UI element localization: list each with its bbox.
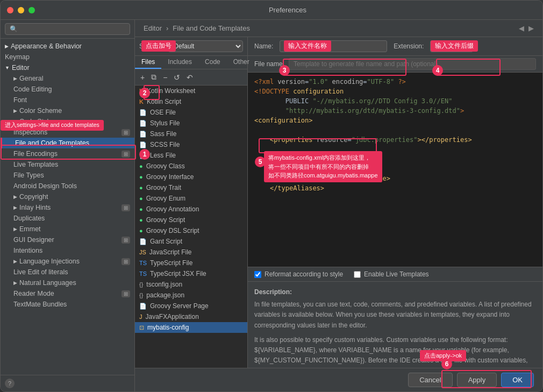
minimize-button[interactable]	[18, 7, 24, 13]
sidebar-item-file-encodings[interactable]: File Encodings ⊞	[1, 148, 134, 159]
sidebar-item-language-injections[interactable]: ▶ Language Injections ⊞	[1, 256, 134, 267]
close-button[interactable]	[7, 7, 13, 13]
list-item[interactable]: ● Groovy Annotation	[135, 204, 247, 215]
list-item[interactable]: ● Groovy DSL Script	[135, 225, 247, 236]
list-item[interactable]: J JavaFXApplication	[135, 311, 247, 322]
remove-template-button[interactable]: −	[161, 72, 169, 83]
sidebar-item-label: TextMate Bundles	[13, 301, 67, 308]
list-item[interactable]: K Kotlin Worksheet	[135, 85, 247, 96]
sidebar-item-textmate[interactable]: TextMate Bundles	[1, 299, 134, 310]
sidebar-item-code-editing[interactable]: Code Editing	[1, 84, 134, 95]
inspections-badge: ⊞	[122, 129, 130, 136]
reformat-checkbox-label[interactable]: Reformat according to style	[254, 270, 343, 278]
reformat-label: Reformat according to style	[265, 270, 343, 278]
tab-includes[interactable]: Includes	[161, 56, 198, 69]
sidebar-item-natural-languages[interactable]: ▶ Natural Languages	[1, 277, 134, 288]
code-editor[interactable]: <?xml version="1.0" encoding="UTF-8" ?> …	[248, 73, 542, 267]
reformat-checkbox[interactable]	[254, 271, 261, 278]
name-input[interactable]	[280, 40, 387, 52]
list-item[interactable]: 📄 Stylus File	[135, 118, 247, 129]
help-button[interactable]: ?	[5, 379, 15, 388]
sidebar: ▶ Appearance & Behavior Keymap ▼ Editor …	[1, 20, 135, 391]
revert-template-button[interactable]: ↶	[184, 72, 195, 83]
sidebar-item-intentions[interactable]: Intentions	[1, 245, 134, 256]
sidebar-item-editor[interactable]: ▼ Editor	[1, 62, 134, 73]
file-item-name: Groovy Enum	[146, 195, 185, 202]
list-item[interactable]: {} package.json	[135, 290, 247, 301]
sidebar-item-appearance[interactable]: ▶ Appearance & Behavior	[1, 41, 134, 52]
list-item[interactable]: 📄 SCSS File	[135, 139, 247, 150]
sidebar-item-reader-mode[interactable]: Reader Mode ⊞	[1, 288, 134, 299]
sidebar-item-keymap[interactable]: Keymap	[1, 52, 134, 62]
cancel-button[interactable]: Cancel	[408, 373, 452, 387]
file-item-name: Gant Script	[150, 238, 182, 245]
sidebar-item-live-edit[interactable]: Live Edit of literals	[1, 267, 134, 277]
list-item[interactable]: 📄 Groovy Server Page	[135, 301, 247, 311]
list-item[interactable]: 📄 Less File	[135, 150, 247, 161]
sidebar-item-font[interactable]: Font	[1, 95, 134, 105]
list-item[interactable]: ● Groovy Trait	[135, 182, 247, 193]
sidebar-item-label: Live Templates	[13, 161, 58, 168]
scheme-label: Scheme:	[139, 42, 165, 50]
sidebar-item-emmet[interactable]: ▶ Emmet	[1, 224, 134, 234]
filename-input[interactable]	[289, 58, 536, 70]
list-item[interactable]: JS JavaScript File	[135, 247, 247, 258]
list-item[interactable]: 📄 OSE File	[135, 107, 247, 118]
live-templates-checkbox[interactable]	[354, 271, 361, 278]
nav-back-icon[interactable]: ◀	[519, 24, 524, 32]
list-item[interactable]: TS TypeScript File	[135, 258, 247, 268]
file-item-name: OSE File	[150, 109, 176, 116]
description-text1: In file templates, you can use text, cod…	[254, 300, 536, 331]
list-item[interactable]: ● Groovy Enum	[135, 193, 247, 204]
list-item[interactable]: ● Groovy Class	[135, 161, 247, 172]
sidebar-item-inlay-hints[interactable]: ▶ Inlay Hints ⊞	[1, 202, 134, 213]
sidebar-item-file-and-code-templates[interactable]: File and Code Templates	[1, 138, 134, 148]
file-item-name: JavaScript File	[149, 248, 192, 256]
nav-forward-icon[interactable]: ▶	[528, 24, 534, 32]
copy-template-button[interactable]: ⧉	[149, 72, 159, 83]
sidebar-item-live-templates[interactable]: Live Templates	[1, 159, 134, 170]
list-item[interactable]: K Kotlin Script	[135, 96, 247, 107]
ok-button[interactable]: OK	[501, 373, 534, 387]
list-item[interactable]: ● Groovy Interface	[135, 172, 247, 182]
sidebar-item-label: Live Edit of literals	[13, 268, 68, 276]
file-item-name: JavaFXApplication	[146, 313, 199, 320]
search-input[interactable]	[5, 23, 130, 35]
maximize-button[interactable]	[28, 7, 35, 13]
sidebar-item-color-scheme[interactable]: ▶ Color Scheme	[1, 105, 134, 116]
list-item[interactable]: 📄 Sass File	[135, 129, 247, 139]
list-item[interactable]: {} tsconfig.json	[135, 279, 247, 290]
scheme-select[interactable]: Default	[168, 40, 243, 52]
content-header: Editor › File and Code Templates ◀ ▶	[135, 20, 542, 37]
live-templates-checkbox-label[interactable]: Enable Live Templates	[354, 270, 429, 278]
list-item-mybatis-config[interactable]: ⊡ mybatis-config	[135, 322, 247, 333]
sidebar-item-gui-designer[interactable]: GUI Designer ⊞	[1, 234, 134, 245]
list-item[interactable]: 📄 Gant Script	[135, 236, 247, 247]
sidebar-item-code-style[interactable]: ▶ Code Style	[1, 116, 134, 127]
gui-badge: ⊞	[122, 237, 130, 244]
sidebar-item-label: Inlay Hints	[19, 204, 51, 211]
add-template-button[interactable]: +	[138, 72, 147, 83]
list-item[interactable]: ● Groovy Script	[135, 215, 247, 225]
list-item[interactable]: TS TypeScript JSX File	[135, 268, 247, 279]
file-item-name: Stylus File	[150, 119, 180, 127]
reset-template-button[interactable]: ↺	[172, 72, 182, 83]
sidebar-item-general[interactable]: ▶ General	[1, 73, 134, 84]
sidebar-item-file-types[interactable]: File Types	[1, 170, 134, 181]
sidebar-item-copyright[interactable]: ▶ Copyright	[1, 191, 134, 202]
sidebar-item-duplicates[interactable]: Duplicates	[1, 213, 134, 224]
apply-button[interactable]: Apply	[457, 373, 497, 387]
description-panel: Description: In file templates, you can …	[248, 282, 542, 368]
reader-mode-badge: ⊞	[122, 290, 130, 297]
file-item-name: Groovy Script	[146, 216, 185, 224]
sidebar-item-label: Emmet	[19, 225, 41, 233]
file-item-name: package.json	[146, 291, 184, 299]
sidebar-item-label: Font	[13, 96, 27, 104]
sidebar-item-inspections[interactable]: Inspections ⊞	[1, 127, 134, 138]
sidebar-item-android-design[interactable]: Android Design Tools	[1, 181, 134, 191]
extension-input[interactable]	[430, 40, 473, 52]
tab-files[interactable]: Files	[135, 56, 161, 69]
name-extension-row: Name: Extension:	[248, 37, 542, 56]
tab-code[interactable]: Code	[198, 56, 227, 69]
sidebar-search-container	[1, 20, 134, 39]
